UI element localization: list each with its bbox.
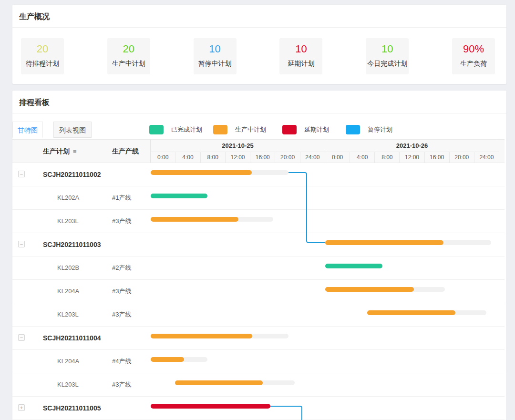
legend-swatch <box>213 125 227 134</box>
stat-card: 10今日完成计划 <box>366 38 409 74</box>
row-timeline <box>151 186 499 209</box>
gantt-body: −SCJH20211011002KL202A#1产线KL203L#3产线−SCJ… <box>12 163 505 420</box>
item-code: KL204A <box>57 280 79 303</box>
time-tick-label: 12:00 <box>399 152 424 163</box>
time-tick-label: 8:00 <box>374 152 399 163</box>
time-tick-label: 0:00 <box>325 152 350 163</box>
production-line-label: #3产线 <box>112 280 131 303</box>
gantt-bar-orange[interactable] <box>151 357 184 362</box>
production-line-label: #3产线 <box>112 210 131 233</box>
menu-icon[interactable]: ≡ <box>73 148 77 155</box>
time-tick-label: 24:00 <box>474 152 499 163</box>
gantt-bar-orange[interactable] <box>367 310 455 315</box>
row-timeline <box>151 373 499 396</box>
line-column-header: 生产产线 <box>112 140 139 163</box>
collapse-icon[interactable]: − <box>18 171 25 177</box>
production-line-label: #1产线 <box>112 186 131 209</box>
gantt-group-row: −SCJH20211011002 <box>12 163 505 186</box>
tab-gantt-view[interactable]: 甘特图 <box>12 122 43 138</box>
gantt-bar-orange[interactable] <box>175 380 263 385</box>
gantt-bar-orange[interactable] <box>151 217 238 222</box>
legend-item: 生产中计划 <box>213 125 266 134</box>
time-header-row: 0:004:008:0012:0016:0020:0024:00 <box>325 152 499 163</box>
stat-value: 10 <box>194 38 237 55</box>
gantt-bar-red[interactable] <box>151 404 270 409</box>
production-overview-card: 生产概况 20待排程计划20生产中计划10暂停中计划10延期计划10今日完成计划… <box>12 5 506 84</box>
collapse-icon[interactable]: − <box>18 334 25 341</box>
plan-code: SCJH20211011004 <box>43 327 101 349</box>
row-timeline <box>151 327 499 349</box>
gantt-item-row: KL204A#4产线 <box>12 350 505 373</box>
gantt-item-row: KL202B#2产线 <box>12 256 505 280</box>
row-timeline <box>151 210 499 233</box>
gantt-group-row: +SCJH20211011005 <box>12 397 505 420</box>
tab-list-view[interactable]: 列表视图 <box>53 122 92 138</box>
legend-label: 生产中计划 <box>235 125 266 134</box>
row-timeline <box>151 280 499 303</box>
legend-swatch <box>282 125 297 134</box>
gantt-bar-orange[interactable] <box>325 240 443 245</box>
production-line-label: #2产线 <box>112 256 131 279</box>
gantt-bar-orange[interactable] <box>151 334 252 338</box>
page: { "colors": { "teal": "#22c795", "orange… <box>0 0 515 420</box>
plan-code: SCJH20211011005 <box>43 397 101 420</box>
collapse-icon[interactable]: − <box>18 241 25 247</box>
time-header-row: 0:004:008:0012:0016:0020:0024:00 <box>151 152 325 163</box>
item-code: KL202B <box>57 256 79 279</box>
plan-code: SCJH20211011003 <box>43 233 101 256</box>
gantt-group-row: −SCJH20211011004 <box>12 327 505 350</box>
stat-card: 10延期计划 <box>279 38 322 74</box>
stat-label: 暂停中计划 <box>194 60 237 68</box>
gantt-item-row: KL203L#3产线 <box>12 373 505 397</box>
time-tick-label: 20:00 <box>275 152 299 163</box>
date-header: 2021-10-26 <box>325 140 499 152</box>
time-tick-label: 0:00 <box>151 152 175 163</box>
stat-card: 20待排程计划 <box>21 38 64 74</box>
production-line-label: #4产线 <box>112 350 131 373</box>
gantt-bar-teal[interactable] <box>325 264 382 268</box>
day-column-group: 2021-10-260:004:008:0012:0016:0020:0024:… <box>325 140 499 163</box>
time-tick-label: 20:00 <box>449 152 474 163</box>
gantt-bar-orange[interactable] <box>325 287 414 292</box>
legend-swatch <box>346 125 360 134</box>
day-column-group: 2021-10-250:004:008:0012:0016:0020:0024:… <box>151 140 325 163</box>
legend-item: 延期计划 <box>282 125 329 134</box>
legend-item: 已完成计划 <box>149 125 202 134</box>
plan-code: SCJH20211011002 <box>43 163 101 186</box>
schedule-board-card: 排程看板 甘特图列表视图已完成计划生产中计划延期计划暂停计划 生产计划≡ 生产产… <box>12 91 506 420</box>
gantt-item-row: KL203L#3产线 <box>12 303 505 327</box>
stat-value: 10 <box>279 38 322 55</box>
gantt-item-row: KL202A#1产线 <box>12 186 505 210</box>
row-timeline <box>151 350 499 373</box>
legend-label: 已完成计划 <box>171 125 202 134</box>
production-line-label: #3产线 <box>112 303 131 326</box>
stat-card: 10暂停中计划 <box>194 38 237 74</box>
scrollbar-gutter <box>499 140 505 163</box>
item-code: KL203L <box>57 210 79 233</box>
time-tick-label: 4:00 <box>350 152 374 163</box>
production-line-label: #3产线 <box>112 373 131 396</box>
timeline-header: 2021-10-250:004:008:0012:0016:0020:0024:… <box>151 140 499 163</box>
gantt-header: 生产计划≡ 生产产线 2021-10-250:004:008:0012:0016… <box>12 139 505 163</box>
stat-value: 20 <box>21 38 64 55</box>
gantt-bar-orange[interactable] <box>151 170 252 175</box>
stat-label: 生产负荷 <box>452 60 495 68</box>
plan-column-header: 生产计划≡ <box>43 140 77 163</box>
row-timeline <box>151 303 499 326</box>
stat-card: 90%生产负荷 <box>452 38 495 74</box>
stat-value: 20 <box>107 38 150 55</box>
stat-label: 延期计划 <box>279 60 322 68</box>
date-header: 2021-10-25 <box>151 140 325 152</box>
gantt-bar-teal[interactable] <box>151 194 207 198</box>
row-timeline <box>151 233 499 256</box>
stat-label: 待排程计划 <box>21 60 64 68</box>
plan-column-label: 生产计划 <box>43 147 70 155</box>
time-tick-label: 16:00 <box>250 152 275 163</box>
stat-label: 生产中计划 <box>107 60 150 68</box>
divider <box>12 113 506 113</box>
time-tick-label: 24:00 <box>300 152 325 163</box>
stat-card: 20生产中计划 <box>107 38 150 74</box>
gantt-item-row: KL204A#3产线 <box>12 280 505 303</box>
time-tick-label: 8:00 <box>200 152 225 163</box>
expand-icon[interactable]: + <box>18 404 25 411</box>
